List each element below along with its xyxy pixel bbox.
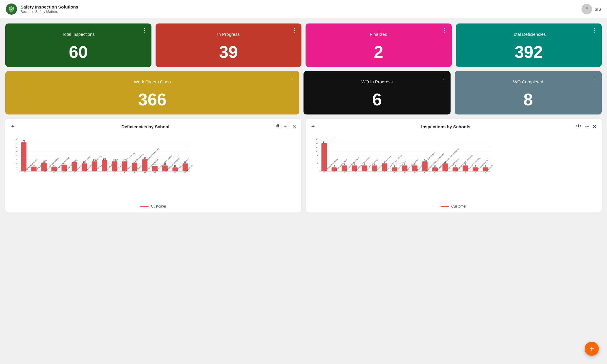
app-subtitle: Because Safety Matters (21, 10, 78, 14)
user-label: SIS (594, 7, 601, 11)
svg-text:14: 14 (154, 163, 156, 166)
svg-text:3: 3 (414, 163, 416, 165)
svg-text:8: 8 (317, 154, 318, 156)
svg-text:2: 2 (485, 165, 486, 167)
legend-label: Customer (451, 204, 466, 208)
eye-icon[interactable]: 👁 (276, 124, 281, 129)
svg-text:28: 28 (103, 158, 106, 160)
svg-text:25: 25 (123, 159, 126, 161)
svg-text:12: 12 (33, 164, 35, 167)
inspections-chart-panel: ✦ Inspections by Schools 👁 ✏ ✕ 024681012… (306, 119, 602, 213)
avatar (581, 4, 592, 14)
fab-button[interactable]: + (585, 342, 599, 356)
stat-card-work-orders-open: ⋮ Work Orders Open 366 (5, 71, 299, 114)
svg-text:10: 10 (316, 150, 318, 152)
card-value: 392 (462, 43, 596, 60)
svg-text:25: 25 (113, 159, 116, 161)
svg-text:20: 20 (16, 163, 18, 165)
card-label: In Progress (161, 32, 296, 37)
svg-text:0: 0 (17, 171, 18, 173)
deficiencies-chart-title: Deficiencies by School (15, 124, 276, 129)
chart-actions: 👁 ✏ ✕ (576, 124, 596, 130)
card-label: WO In Progress (309, 79, 445, 84)
svg-text:2: 2 (455, 165, 456, 167)
stat-cards-row1: ⋮ Total Inspections 60 ⋮ In Progress 39 … (5, 23, 602, 67)
svg-text:60: 60 (16, 146, 18, 149)
svg-text:4: 4 (384, 161, 385, 164)
inspections-chart-svg-wrapper: 02468101214161415th Street Elementary27t… (311, 133, 596, 202)
svg-text:3: 3 (354, 163, 355, 165)
inspections-chart-title: Inspections by Schools (315, 124, 576, 129)
inspections-chart-header: ✦ Inspections by Schools 👁 ✏ ✕ (311, 123, 596, 130)
eye-icon[interactable]: 👁 (576, 124, 581, 129)
deficiencies-chart-header: ✦ Deficiencies by School 👁 ✏ ✕ (11, 123, 296, 130)
header-brand: Safety Inspection Solutions Because Safe… (21, 4, 78, 14)
svg-text:16: 16 (316, 138, 318, 140)
svg-text:80: 80 (16, 138, 18, 140)
svg-text:2: 2 (333, 165, 335, 167)
svg-text:12: 12 (316, 146, 318, 149)
deficiencies-legend: Customer (11, 204, 296, 208)
card-label: WO Completed (461, 79, 596, 84)
svg-text:4: 4 (317, 163, 318, 165)
card-label: Total Inspections (11, 32, 146, 37)
legend-line (441, 206, 449, 207)
card-value: 8 (461, 91, 596, 108)
header-left: Safety Inspection Solutions Because Safe… (6, 4, 78, 15)
edit-icon[interactable]: ✏ (284, 124, 289, 130)
close-icon[interactable]: ✕ (292, 124, 296, 130)
main-content: ⋮ Total Inspections 60 ⋮ In Progress 39 … (0, 18, 607, 218)
card-value: 60 (11, 43, 146, 60)
card-label: Work Orders Open (11, 79, 294, 84)
logo-icon (6, 4, 17, 15)
svg-rect-89 (321, 143, 327, 171)
drag-icon[interactable]: ✦ (11, 123, 15, 130)
stat-card-total-deficiencies: ⋮ Total Deficiencies 392 (456, 23, 602, 67)
card-value: 2 (311, 43, 446, 60)
svg-text:5: 5 (424, 159, 426, 161)
app-header: Safety Inspection Solutions Because Safe… (0, 0, 607, 18)
svg-text:3: 3 (344, 163, 345, 165)
svg-text:14: 14 (323, 141, 326, 143)
svg-text:15: 15 (164, 163, 166, 165)
svg-text:22: 22 (134, 160, 136, 163)
svg-text:30: 30 (16, 159, 18, 161)
inspections-legend: Customer (311, 204, 596, 208)
edit-icon[interactable]: ✏ (585, 124, 589, 130)
svg-text:2: 2 (434, 165, 436, 167)
svg-text:17: 17 (63, 162, 65, 165)
stat-card-wo-completed: ⋮ WO Completed 8 (455, 71, 602, 114)
card-value: 366 (11, 91, 294, 108)
close-icon[interactable]: ✕ (592, 124, 596, 130)
card-value: 39 (161, 43, 296, 60)
svg-text:2: 2 (317, 166, 318, 168)
svg-text:30: 30 (144, 157, 146, 159)
legend-label: Customer (151, 204, 166, 208)
svg-text:14: 14 (316, 142, 318, 144)
svg-text:0: 0 (317, 171, 318, 173)
app-title: Safety Inspection Solutions (21, 4, 78, 10)
svg-text:22: 22 (43, 160, 45, 163)
deficiencies-chart-svg-wrapper: 010203040506070807215th Street Elementar… (11, 133, 296, 202)
svg-text:10: 10 (174, 165, 176, 167)
card-label: Total Deficiencies (462, 32, 596, 37)
drag-icon[interactable]: ✦ (311, 123, 315, 130)
svg-text:3: 3 (374, 163, 375, 165)
svg-point-0 (586, 7, 588, 9)
svg-text:50: 50 (16, 150, 18, 152)
svg-text:2: 2 (394, 165, 395, 167)
deficiencies-chart-panel: ✦ Deficiencies by School 👁 ✏ ✕ 010203040… (5, 119, 301, 213)
svg-text:6: 6 (317, 159, 318, 161)
charts-row: ✦ Deficiencies by School 👁 ✏ ✕ 010203040… (5, 119, 602, 213)
svg-rect-19 (21, 142, 26, 171)
svg-text:12: 12 (53, 164, 55, 167)
card-value: 6 (309, 91, 445, 108)
svg-text:70: 70 (16, 142, 18, 144)
stat-card-wo-in-progress: ⋮ WO In Progress 6 (304, 71, 451, 114)
svg-text:25: 25 (93, 159, 96, 161)
svg-text:10: 10 (16, 166, 18, 168)
legend-line (140, 206, 149, 207)
header-right: SIS (581, 4, 601, 14)
svg-text:20: 20 (184, 161, 186, 164)
stat-card-in-progress: ⋮ In Progress 39 (156, 23, 302, 67)
